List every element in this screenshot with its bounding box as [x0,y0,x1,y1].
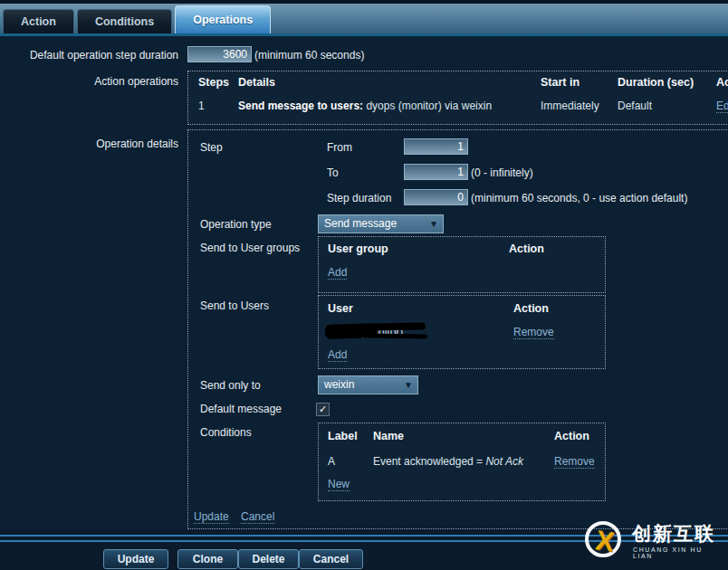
operation-type-value: Send message [324,217,397,230]
users-box: User Action dyops (monitor) Remove Add [318,295,606,369]
default-message-checkbox[interactable]: ✓ [316,403,330,416]
row-edit-link[interactable]: Edit [716,100,728,113]
row-details-operation: Send message to users: [238,100,363,112]
watermark-logo: X 创新互联 CHUANG XIN HU LIAN [580,516,724,568]
clone-button[interactable]: Clone [177,549,238,569]
user-groups-add-link[interactable]: Add [328,266,347,280]
col-condition-action: Action [554,430,589,442]
from-label: From [327,141,352,154]
logo-x-icon: X [586,521,623,562]
tab-bar: Action Conditions Operations [0,4,728,33]
cancel-button[interactable]: Cancel [299,549,363,569]
user-remove-link[interactable]: Remove [513,326,554,339]
condition-new-link[interactable]: New [328,478,350,491]
col-action: Action [716,76,728,89]
default-message-label: Default message [200,403,282,415]
tab-bar-underline [0,33,728,36]
col-user: User [328,302,353,315]
to-hint: (0 - infinitely) [471,166,533,179]
send-only-to-label: Send only to [200,379,261,392]
col-condition-label: Label [328,430,358,442]
to-input[interactable] [404,164,468,180]
update-button[interactable]: Update [103,549,168,569]
conditions-box: Label Name Action A Event acknowledged =… [318,423,606,501]
step-duration-hint: (minimum 60 seconds, 0 - use action defa… [471,192,687,204]
step-duration-label: Step duration [327,192,391,204]
operation-details-box: Step From To (0 - infinitely) Step durat… [187,129,728,529]
col-user-group: User group [328,242,388,255]
redaction-scribble [369,322,426,330]
user-name-redacted: dyops (monitor) [328,326,436,339]
default-step-duration-label: Default operation step duration [0,49,178,62]
tab-operations[interactable]: Operations [175,5,271,33]
tab-action[interactable]: Action [3,9,74,33]
to-label: To [327,166,339,179]
row-details: Send message to users: dyops (monitor) v… [238,100,492,112]
default-step-duration-hint: (minimum 60 seconds) [254,49,364,62]
condition-remove-link[interactable]: Remove [554,455,595,469]
send-only-to-select[interactable]: weixin ▼ [318,375,418,394]
operation-details-label: Operation details [0,138,178,150]
step-duration-input[interactable] [404,189,468,205]
chevron-down-icon: ▼ [429,215,438,233]
tab-conditions[interactable]: Conditions [77,9,172,33]
default-step-duration-input[interactable] [187,46,252,62]
step-label: Step [200,141,223,154]
from-input[interactable] [404,138,468,155]
row-duration: Default [618,100,652,112]
col-user-group-action: Action [509,242,544,255]
row-start-in: Immediately [541,100,599,112]
operation-update-link[interactable]: Update [194,510,229,524]
send-only-to-value: weixin [324,378,354,391]
col-details: Details [238,76,275,89]
send-to-user-groups-label: Send to User groups [200,242,300,254]
operation-type-select[interactable]: Send message ▼ [318,214,444,233]
operation-type-label: Operation type [200,218,272,231]
col-start-in: Start in [541,76,580,89]
delete-button[interactable]: Delete [238,549,299,569]
col-user-action: Action [513,302,549,315]
condition-letter: A [328,455,335,468]
operation-cancel-link[interactable]: Cancel [241,510,274,524]
condition-value: Not Ack [485,455,523,468]
row-step-number: 1 [198,100,205,112]
users-add-link[interactable]: Add [328,348,347,362]
col-duration: Duration (sec) [618,76,694,89]
col-steps: Steps [198,76,229,89]
chevron-down-icon: ▼ [404,376,413,394]
action-operations-label: Action operations [0,75,178,88]
send-to-users-label: Send to Users [200,299,269,312]
watermark-title: 创新互联 [632,521,715,546]
col-condition-name: Name [373,430,404,442]
user-groups-box: User group Action Add [318,236,606,293]
conditions-label: Conditions [200,426,252,439]
condition-name: Event acknowledged = Not Ack [373,455,523,468]
action-operations-table: Steps Details Start in Duration (sec) Ac… [187,71,728,125]
watermark-subtitle: CHUANG XIN HU LIAN [633,546,724,559]
row-details-target: dyops (monitor) via weixin [363,100,492,112]
